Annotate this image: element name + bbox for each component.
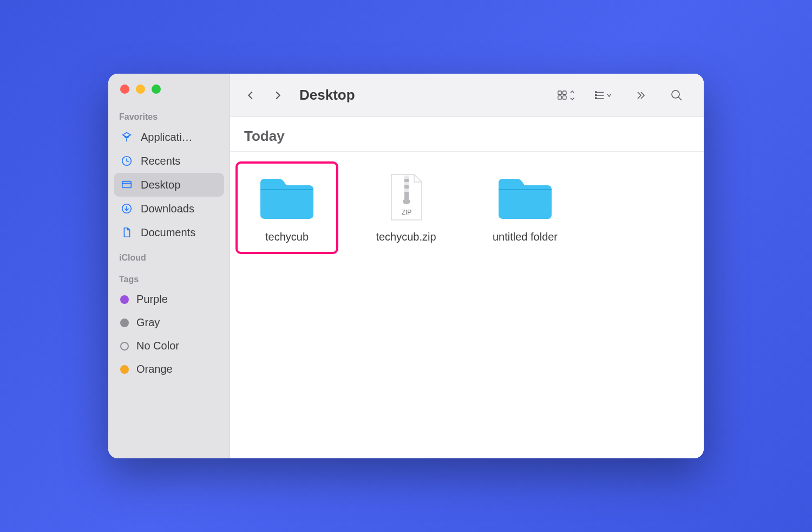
sidebar-tag-label: Purple — [136, 293, 168, 306]
sidebar: Favorites Applicati… Recents Desktop Dow… — [108, 74, 230, 458]
minimize-window-button[interactable] — [136, 85, 145, 94]
sidebar-tag-gray[interactable]: Gray — [114, 311, 224, 334]
svg-rect-9 — [595, 98, 597, 99]
zip-file-icon: ZIP — [374, 170, 438, 224]
svg-rect-8 — [595, 94, 597, 95]
downloads-icon — [120, 202, 133, 215]
clock-icon — [120, 154, 133, 167]
file-grid: techycub ZIP techycub.zip — [230, 152, 704, 264]
sidebar-tag-label: Gray — [136, 316, 160, 329]
svg-rect-4 — [563, 91, 566, 94]
file-label: techycub.zip — [376, 231, 436, 243]
back-button[interactable] — [240, 85, 261, 106]
search-button[interactable] — [664, 85, 690, 106]
svg-rect-11 — [404, 176, 409, 199]
tag-dot-icon — [120, 319, 129, 327]
finder-window: Favorites Applicati… Recents Desktop Dow… — [108, 74, 704, 458]
window-controls — [114, 85, 224, 94]
more-toolbar-button[interactable] — [627, 85, 653, 106]
folder-icon — [493, 170, 558, 224]
svg-point-10 — [672, 90, 679, 98]
view-switcher-button[interactable] — [553, 85, 579, 106]
main-panel: Desktop — [230, 74, 704, 458]
sidebar-group-favorites-label: Favorites — [114, 109, 224, 125]
file-item-techycub-zip[interactable]: ZIP techycub.zip — [355, 161, 457, 254]
sidebar-group-tags-label: Tags — [114, 271, 224, 288]
tag-dot-icon — [120, 365, 129, 374]
file-item-untitled-folder[interactable]: untitled folder — [474, 161, 577, 254]
sidebar-tag-label: No Color — [136, 340, 179, 352]
file-label: untitled folder — [493, 231, 558, 243]
svg-point-12 — [403, 199, 410, 204]
sidebar-item-documents[interactable]: Documents — [114, 220, 224, 244]
sidebar-tag-purple[interactable]: Purple — [114, 288, 224, 311]
zoom-window-button[interactable] — [152, 85, 161, 94]
toolbar: Desktop — [230, 74, 704, 117]
svg-rect-5 — [558, 95, 561, 99]
file-label: techycub — [265, 231, 309, 243]
folder-icon — [254, 170, 319, 224]
tag-dot-icon — [120, 342, 129, 351]
svg-rect-3 — [558, 91, 561, 94]
section-heading: Today — [230, 117, 704, 152]
documents-icon — [120, 226, 133, 239]
sidebar-item-recents[interactable]: Recents — [114, 149, 224, 173]
sidebar-item-label: Desktop — [141, 179, 180, 191]
location-title: Desktop — [299, 87, 355, 103]
sidebar-item-applications[interactable]: Applicati… — [114, 125, 224, 149]
sidebar-tag-orange[interactable]: Orange — [114, 358, 224, 381]
sidebar-item-label: Downloads — [141, 203, 194, 215]
sidebar-item-label: Recents — [141, 155, 180, 167]
svg-rect-6 — [563, 95, 566, 99]
svg-rect-7 — [595, 91, 597, 92]
sidebar-item-downloads[interactable]: Downloads — [114, 197, 224, 220]
sidebar-item-label: Applicati… — [141, 131, 193, 144]
sidebar-item-label: Documents — [141, 226, 195, 239]
desktop-icon — [120, 178, 133, 191]
svg-rect-1 — [122, 181, 132, 188]
group-by-button[interactable] — [590, 85, 616, 106]
sidebar-tag-label: Orange — [136, 363, 173, 375]
applications-icon — [120, 131, 133, 144]
file-item-techycub[interactable]: techycub — [235, 161, 338, 254]
svg-text:ZIP: ZIP — [402, 209, 412, 216]
tag-dot-icon — [120, 295, 129, 304]
sidebar-tag-nocolor[interactable]: No Color — [114, 334, 224, 358]
sidebar-group-icloud-label: iCloud — [114, 250, 224, 266]
close-window-button[interactable] — [120, 85, 129, 94]
sidebar-item-desktop[interactable]: Desktop — [114, 173, 224, 197]
forward-button[interactable] — [267, 85, 289, 106]
